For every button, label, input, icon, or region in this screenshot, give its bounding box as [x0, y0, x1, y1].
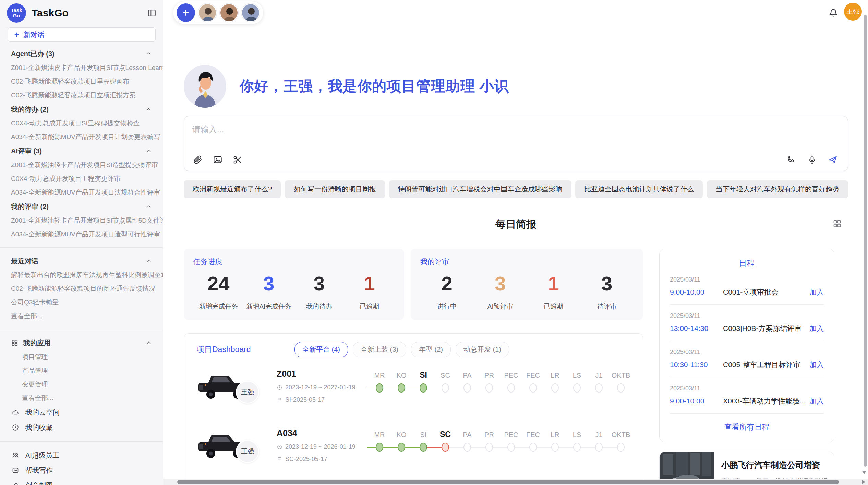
phone-call-icon[interactable] [786, 154, 797, 165]
stat-label: AI预评审 [474, 302, 527, 311]
sidebar-section-2[interactable]: AI评审 (3) [0, 144, 163, 158]
app-menu-item[interactable]: 查看全部... [0, 391, 163, 405]
scroll-down-arrow[interactable] [862, 471, 867, 474]
milestone-label: OKTB [610, 372, 632, 380]
stat-grid: 2进行中3AI预评审1已逾期3待评审 [420, 273, 634, 311]
schedule-row: 13:00-14:30C003|H0B-方案冻结评审加入 [670, 324, 824, 341]
app-menu-item[interactable]: 产品管理 [0, 364, 163, 377]
suggestion-chip[interactable]: 当下年轻人对汽车外观有怎样的喜好趋势 [707, 180, 848, 198]
schedule-join-link[interactable]: 加入 [809, 287, 824, 297]
chevron-up-icon[interactable] [145, 50, 153, 58]
sidebar-task-item[interactable]: Z001-全新燃油皮卡产品开发项目SI节点Lesson Learn报告 [0, 61, 163, 75]
sidebar-task-item[interactable]: C0X4-动力总成开发项目工程变更评审 [0, 172, 163, 186]
users-icon [11, 451, 20, 459]
sidebar-task-item[interactable]: C0X4-动力总成开发项目SI里程碑提交物检查 [0, 116, 163, 130]
chevron-up-icon[interactable] [145, 339, 153, 347]
schedule-join-link[interactable]: 加入 [809, 360, 824, 370]
new-chat-button[interactable]: 新对话 [8, 27, 156, 42]
milestone-label: KO [390, 431, 412, 439]
send-icon[interactable] [827, 154, 838, 165]
scroll-right-arrow[interactable] [862, 480, 865, 484]
assistant-avatar [184, 65, 226, 108]
image-icon[interactable] [212, 154, 223, 165]
sidebar-tool-write[interactable]: 帮我写作 [0, 463, 163, 478]
dashboard-tab[interactable]: 年型 (2) [411, 342, 451, 357]
recent-chat-item[interactable]: C02-飞腾新能源轻客改款项目的闭环通告反馈情况 [0, 282, 163, 296]
milestone-label: PEC [500, 372, 522, 380]
suggestion-chip[interactable]: 欧洲新规最近颁布了什么? [184, 180, 281, 198]
schedule-row: 9:00-10:00C001-立项审批会加入 [670, 287, 824, 305]
apps-grid-icon [11, 339, 19, 347]
schedule-name: C003|H0B-方案冻结评审 [723, 324, 809, 333]
suggestion-chip[interactable]: 特朗普可能对进口汽车增税会对中国车企造成哪些影响 [389, 180, 571, 198]
sidebar-link-starc[interactable]: 我的收藏 [0, 420, 163, 435]
sidebar-tool-users[interactable]: AI超级员工 [0, 448, 163, 463]
sidebar-task-item[interactable]: C02-飞腾新能源轻客改款项目里程碑画布 [0, 75, 163, 88]
schedule-name: C001-立项审批会 [723, 287, 809, 297]
sidebar-my-apps[interactable]: 我的应用 [0, 336, 163, 350]
chevron-up-icon[interactable] [145, 105, 153, 113]
sidebar-task-item[interactable]: C02-飞腾新能源轻客改款项目立项汇报方案 [0, 88, 163, 102]
sidebar-section-2-label: AI评审 (3) [11, 144, 145, 158]
microphone-icon[interactable] [807, 154, 818, 165]
stat-label: 新增AI完成任务 [244, 302, 294, 311]
paperclip-icon[interactable] [192, 154, 203, 165]
schedule-join-link[interactable]: 加入 [809, 396, 824, 406]
stat-value: 3 [294, 273, 345, 295]
milestone-label: MR [369, 431, 390, 439]
milestone-dot [595, 383, 603, 393]
sidebar-task-item[interactable]: A034-全新新能源MUV产品开发项目计划变更表编写 [0, 130, 163, 144]
sidebar-task-item[interactable]: A034-全新新能源MUV产品开发项目法规符合性评审 [0, 186, 163, 199]
suggestion-chip[interactable]: 比亚迪全固态电池计划具体说了什么 [575, 180, 703, 198]
milestone-label: J1 [588, 372, 610, 380]
sidebar-tool-pen[interactable]: 创意制图 [0, 478, 163, 485]
schedule-join-link[interactable]: 加入 [809, 324, 824, 333]
suggestion-chip[interactable]: 如何写一份清晰的项目周报 [285, 180, 385, 198]
project-dates-row: 2023-12-19 ~ 2027-01-19 [277, 384, 362, 391]
dashboard-tab[interactable]: 动总开发 (1) [456, 342, 509, 357]
horizontal-scrollbar-thumb[interactable] [177, 480, 839, 484]
sidebar-task-item[interactable]: Z001-全新燃油轻卡产品开发项目SI节点属性5D文件评审 [0, 214, 163, 227]
project-rows: 王强Z0012023-12-19 ~ 2027-01-19SI-2025-05-… [196, 366, 630, 476]
stat-card-1: 我的评审2进行中3AI预评审1已逾期3待评审 [411, 249, 643, 320]
layout-grid-icon[interactable] [832, 219, 842, 228]
stat-value: 1 [527, 273, 580, 295]
chat-input[interactable] [192, 123, 741, 136]
sidebar-section-recent[interactable]: 最近对话 [0, 254, 163, 268]
chevron-up-icon[interactable] [145, 203, 153, 210]
chevron-up-icon[interactable] [145, 257, 153, 265]
stat-cell: 3新增AI完成任务 [244, 273, 294, 311]
sidebar-section-1-label: 我的待办 (2) [11, 102, 145, 116]
sidebar-task-item[interactable]: A034-全新新能源MUV产品开发项目造型可行性评审 [0, 227, 163, 241]
sidebar-divider [0, 441, 163, 442]
chevron-up-icon[interactable] [145, 147, 153, 155]
milestone-label: OKTB [610, 431, 632, 439]
sidebar-section-recent-label: 最近对话 [11, 254, 145, 268]
recent-chat-item[interactable]: 解释最新出台的欧盟报废车法规再生塑料比例被调至15%... [0, 268, 163, 282]
stat-cell: 3AI预评审 [474, 273, 527, 311]
schedule-items: 2025/03/119:00-10:00C001-立项审批会加入2025/03/… [670, 269, 824, 414]
scissors-icon[interactable] [232, 154, 243, 165]
view-all-schedule-link[interactable]: 查看所有日程 [670, 422, 824, 432]
collapse-panel-icon[interactable] [147, 8, 157, 18]
milestone-dot [442, 443, 449, 452]
sidebar-section-0[interactable]: Agent已办 (3) [0, 47, 163, 61]
sidebar-section-3-label: 我的评审 (2) [11, 199, 145, 214]
stat-card-title: 我的评审 [420, 257, 634, 266]
stat-grid: 24新增完成任务3新增AI完成任务3我的待办1已逾期 [193, 273, 395, 311]
sidebar-link-cloud[interactable]: 我的云空间 [0, 405, 163, 420]
app-menu-item[interactable]: 变更管理 [0, 377, 163, 391]
dashboard-tab[interactable]: 全新上装 (3) [353, 342, 406, 357]
vertical-scrollbar-thumb[interactable] [864, 15, 867, 467]
stat-value: 24 [193, 273, 244, 295]
clock-icon [277, 385, 282, 390]
recent-chat-item[interactable]: 公司Q3轻卡销量 [0, 296, 163, 309]
schedule-card: 日程 2025/03/119:00-10:00C001-立项审批会加入2025/… [659, 249, 834, 442]
dashboard-tab[interactable]: 全新平台 (4) [294, 342, 348, 357]
app-menu-item[interactable]: 项目管理 [0, 350, 163, 364]
sidebar-section-1[interactable]: 我的待办 (2) [0, 102, 163, 116]
sidebar-section-3[interactable]: 我的评审 (2) [0, 199, 163, 214]
sidebar-section-0-label: Agent已办 (3) [11, 47, 145, 61]
sidebar-task-item[interactable]: Z001-全新燃油轻卡产品开发项目SI造型提交物评审 [0, 158, 163, 172]
recent-chat-item[interactable]: 查看全部... [0, 309, 163, 323]
